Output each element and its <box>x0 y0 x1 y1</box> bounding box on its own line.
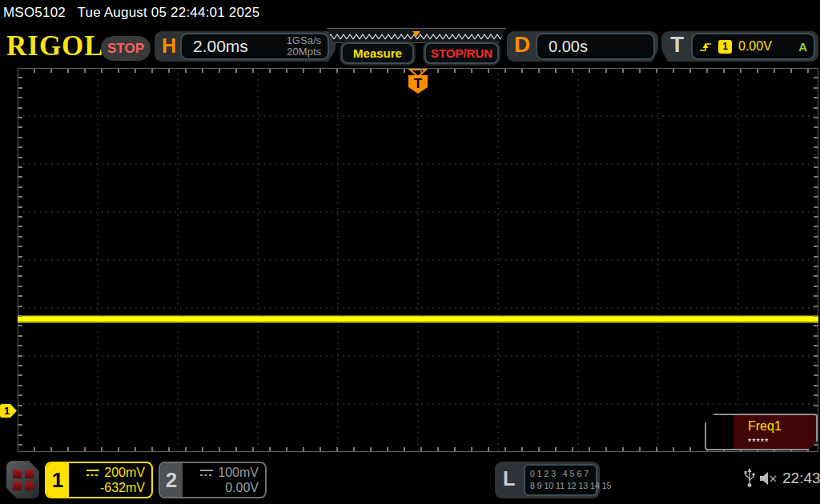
channel1-badge[interactable]: 1 200mV -632mV <box>45 462 153 498</box>
rigol-logo: RIGOL <box>6 30 104 62</box>
channel1-level-marker[interactable]: 1 <box>0 404 17 418</box>
usb-icon <box>744 468 755 489</box>
sample-rate: 1GSa/s <box>287 34 321 46</box>
run-state-badge: STOP <box>101 36 151 61</box>
grid-squares-icon <box>13 470 34 490</box>
waveform-overview-strip[interactable] <box>327 28 506 43</box>
svg-text:T: T <box>414 76 423 91</box>
trigger-readout: 1 0.00V A <box>691 33 815 60</box>
delay-label: D <box>514 32 530 58</box>
nav-grid-button[interactable] <box>6 461 39 498</box>
title-bar: MSO5102 Tue August 05 22:44:01 2025 <box>3 5 259 21</box>
grid-ticks-bottom <box>18 447 818 451</box>
grid-ticks-left <box>18 69 22 451</box>
rising-edge-icon <box>699 41 712 53</box>
oscilloscope-screen: MSO5102 Tue August 05 22:44:01 2025 RIGO… <box>0 0 820 504</box>
dc-coupling-icon <box>199 469 214 477</box>
grid-ticks-right <box>814 69 818 451</box>
memory-depth: 20Mpts <box>287 46 321 58</box>
measurement-result-box[interactable]: Freq1 ***** <box>705 414 818 450</box>
delay-menu-button[interactable]: D 0.00s <box>507 31 658 62</box>
clock-text: 22:43 <box>782 470 820 487</box>
logic-label: L <box>503 467 515 490</box>
channel2-readout: 100mV 0.00V <box>183 463 265 497</box>
measurement-name: Freq1 <box>748 419 782 434</box>
timebase-value: 2.00ms <box>193 37 248 56</box>
model-name: MSO5102 <box>3 5 66 20</box>
logic-channel-list: 0 1 2 3 4 5 6 7 8 9 10 11 12 13 14 15 <box>524 464 597 496</box>
logic-row-2: 8 9 10 11 12 13 14 15 <box>530 480 611 492</box>
channel2-badge[interactable]: 2 100mV 0.00V <box>159 462 267 498</box>
delay-readout: 0.00s <box>536 33 655 60</box>
waveform-display: T <box>18 68 818 452</box>
trigger-label: T <box>670 32 684 58</box>
trigger-sweep-mode: A <box>798 40 807 54</box>
trigger-level-value: 0.00V <box>738 39 772 54</box>
channel2-offset: 0.00V <box>183 480 259 495</box>
logic-channels-badge[interactable]: L 0 1 2 3 4 5 6 7 8 9 10 11 12 13 14 15 <box>495 462 600 498</box>
trigger-source-badge: 1 <box>718 40 732 54</box>
logic-row-1: 0 1 2 3 4 5 6 7 <box>530 468 589 480</box>
horizontal-readout: 2.00ms 1GSa/s 20Mpts <box>180 33 329 60</box>
horizontal-label: H <box>162 34 176 58</box>
datetime-text: Tue August 05 22:44:01 2025 <box>78 5 260 20</box>
channel2-scale: 100mV <box>218 465 259 480</box>
grid-ticks-top <box>18 69 818 73</box>
channel2-number: 2 <box>160 463 183 497</box>
delay-value: 0.00s <box>549 38 588 56</box>
channel1-scale: 200mV <box>104 465 145 480</box>
horizontal-menu-button[interactable]: H 2.00ms 1GSa/s 20Mpts <box>155 31 336 62</box>
graticule-grid <box>18 68 818 452</box>
stop-run-button[interactable]: STOP/RUN <box>424 42 499 64</box>
trigger-menu-button[interactable]: T 1 0.00V A <box>661 31 818 62</box>
dc-coupling-icon <box>86 469 100 477</box>
channel1-trace <box>18 319 818 320</box>
overview-zigzag-icon <box>328 29 505 42</box>
acquisition-readout: 1GSa/s 20Mpts <box>287 35 321 58</box>
speaker-muted-icon <box>759 471 778 486</box>
measurement-value: ***** <box>748 437 769 446</box>
channel1-offset: -632mV <box>69 480 145 495</box>
measure-button[interactable]: Measure <box>341 42 414 64</box>
channel1-readout: 200mV -632mV <box>69 463 151 497</box>
channel1-number: 1 <box>46 463 69 497</box>
